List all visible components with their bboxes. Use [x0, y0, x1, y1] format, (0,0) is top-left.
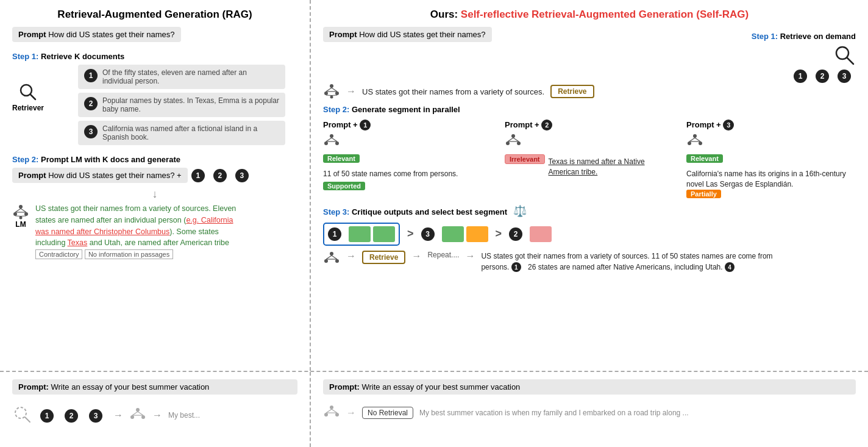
comparison-selected: 1: [323, 223, 400, 246]
lm-red-text: e.g. California was named after Christop…: [35, 216, 233, 236]
svg-line-20: [332, 95, 337, 96]
bottom-left-prompt: Prompt: Write an essay of your best summ…: [12, 379, 297, 395]
right-prompt-box: Prompt How did US states get their names…: [323, 27, 492, 42]
svg-point-11: [836, 47, 848, 59]
step2-prompt-row: Prompt How did US states get their names…: [12, 168, 297, 183]
repeat-text: Repeat....: [427, 251, 459, 259]
svg-line-58: [332, 409, 337, 413]
svg-point-56: [335, 413, 339, 417]
main-container: Retrieval-Augmented Generation (RAG) Pro…: [0, 0, 868, 447]
right-prompt-text: How did US states get their names?: [359, 30, 485, 39]
svg-line-8: [15, 216, 21, 216]
svg-line-47: [25, 417, 30, 422]
step2-num1: 1: [191, 169, 205, 182]
svg-point-22: [330, 134, 333, 138]
bottom-num1: 1: [40, 409, 54, 423]
svg-point-24: [335, 141, 339, 145]
doc-item-1: 1 Of the fifty states, eleven are named …: [78, 65, 285, 89]
svg-line-17: [326, 88, 332, 91]
right-step2-text: Generate segment in parallel: [352, 105, 460, 114]
svg-line-25: [326, 138, 332, 141]
col3-text: California's name has its origins in a 1…: [686, 169, 856, 190]
no-retrieval-btn[interactable]: No Retrieval: [362, 407, 413, 419]
lm-output: LM US states got their names from a vari…: [12, 203, 297, 260]
step3-text: Critique outputs and select best segment: [352, 207, 507, 216]
svg-point-23: [324, 141, 328, 145]
step1-output-text: US states got their names from a variety…: [362, 87, 544, 96]
step2-num3: 3: [235, 169, 249, 182]
svg-line-51: [132, 412, 138, 415]
lm-text-block: US states got their names from a variety…: [35, 203, 249, 260]
green-rect-3: [442, 226, 464, 242]
col1-relevant-tag: Relevant: [323, 154, 360, 163]
left-panel-rag: Retrieval-Augmented Generation (RAG) Pro…: [0, 0, 311, 371]
col3-net-icon: [686, 133, 703, 152]
left-step2-text: Prompt LM with K docs and generate: [41, 155, 180, 164]
comparison-item-2: 2: [509, 226, 552, 242]
col1-text: 11 of 50 state names come from persons.: [323, 169, 458, 179]
bottom-left: Prompt: Write an essay of your best summ…: [0, 372, 311, 447]
col1-num: 1: [360, 120, 371, 131]
right-step1-label-area: Step 1: Retrieve on demand 1: [752, 27, 856, 83]
right-step1-n3: 3: [838, 70, 851, 83]
lm-network-icon: [12, 203, 29, 220]
bottom-left-prompt-label: Prompt:: [18, 382, 49, 392]
left-prompt-text: How did US states get their names?: [48, 30, 174, 39]
svg-point-16: [330, 96, 333, 99]
step2-prompt-box: Prompt How did US states get their names…: [12, 168, 188, 183]
svg-line-26: [332, 138, 337, 141]
svg-point-42: [335, 259, 339, 263]
step3-label: Step 3: Critique outputs and select best…: [323, 204, 856, 218]
doc-item-2: 2 Popular names by states. In Texas, Emm…: [78, 93, 285, 117]
step2-num2: 2: [213, 169, 227, 182]
col1-net-icon: [323, 133, 340, 152]
comparison-item-3: 3: [421, 226, 488, 242]
balance-icon: ⚖️: [513, 205, 527, 217]
bottom-row: Prompt: Write an essay of your best summ…: [0, 372, 868, 447]
lm-texas-text: Texas: [68, 238, 88, 247]
step3-bottom: → Retrieve → Repeat.... → US states got …: [323, 251, 856, 273]
col3-header: Prompt + 3: [686, 119, 739, 131]
step3-num1: 1: [511, 262, 521, 272]
retrieve-btn-2[interactable]: Retrieve: [362, 251, 405, 264]
bottom-right-prompt: Prompt: Write an essay of your best summ…: [323, 379, 856, 395]
right-retriever-icon: [834, 45, 856, 66]
left-step2: Step 2: Prompt LM with K docs and genera…: [12, 155, 297, 260]
retrieve-btn-1[interactable]: Retrieve: [550, 85, 594, 98]
cmp-num3: 3: [421, 227, 435, 241]
right-panel-selfrag: Ours: Self-reflective Retrieval-Augmente…: [311, 0, 868, 371]
doc-item-3: 3 California was named after a fictional…: [78, 121, 285, 145]
parallel-col-2: Prompt + 2: [505, 119, 674, 177]
bottom-num3: 3: [89, 409, 102, 423]
svg-line-18: [332, 88, 337, 91]
cmp-num2: 2: [509, 227, 522, 241]
bottom-num2: 2: [65, 409, 78, 423]
svg-point-13: [330, 84, 333, 88]
svg-line-38: [695, 138, 700, 141]
col3-relevant-tag: Relevant: [686, 154, 723, 163]
svg-point-28: [511, 134, 515, 138]
bottom-arrow-right-2: →: [152, 410, 162, 421]
right-step1-n2: 2: [816, 70, 829, 83]
svg-point-4: [24, 212, 28, 216]
svg-point-34: [693, 134, 697, 138]
doc-num-3: 3: [84, 125, 98, 138]
right-panel-title: Ours: Self-reflective Retrieval-Augmente…: [323, 9, 856, 21]
step3-output-text: US states got their names from a variety…: [481, 251, 774, 273]
green-rect-2: [373, 226, 395, 242]
pink-rect-1: [530, 226, 552, 242]
svg-point-50: [141, 415, 145, 419]
step3-arrow-3: →: [465, 251, 475, 262]
right-prompt-label: Prompt: [329, 30, 357, 39]
col2-header: Prompt + 2: [505, 119, 557, 131]
svg-point-3: [13, 212, 17, 216]
parallel-col-3: Prompt + 3: [686, 119, 856, 198]
step3-num: Step 3:: [323, 207, 349, 216]
doc-text-1: Of the fifty states, eleven are named af…: [102, 68, 279, 85]
right-net-icon-1: [323, 83, 340, 100]
col3-num: 3: [723, 120, 734, 131]
left-step2-num: Step 2:: [12, 155, 38, 164]
arrow-right-1: →: [346, 86, 356, 97]
gt-2: >: [496, 227, 502, 240]
doc-num-2: 2: [84, 97, 98, 110]
